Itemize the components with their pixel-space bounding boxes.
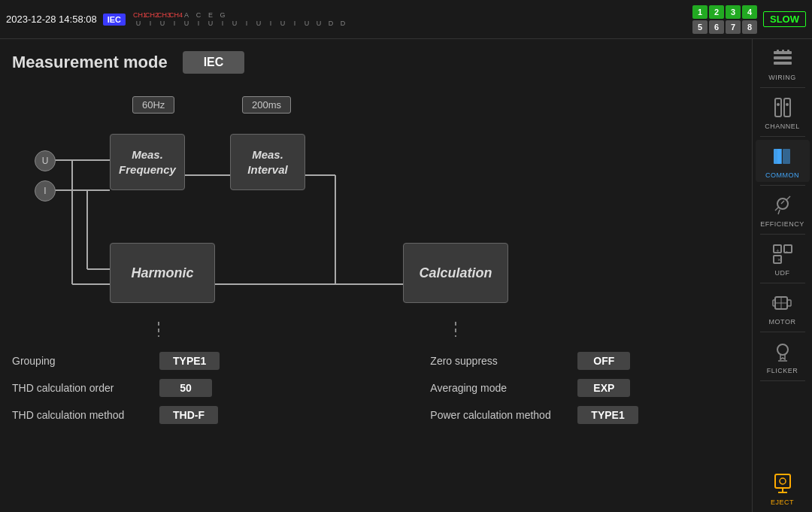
svg-rect-25 [773,300,775,306]
sidebar-item-common[interactable]: COMMON [756,140,810,182]
channel-label: CHANNEL [765,123,800,130]
sidebar-divider-7 [760,380,805,381]
svg-rect-2 [774,62,792,65]
diagram-area: 60Hz 200ms U I Meas. Frequency Meas. Int… [12,89,719,374]
thd-method-label: THD calculation method [12,409,147,421]
sidebar-item-flicker[interactable]: FLICKER [756,335,810,377]
i-circle: I [35,180,56,201]
num-row-bottom: 5 6 7 8 [692,20,757,34]
num-1: 1 [692,5,707,19]
freq-value-label[interactable]: 60Hz [132,96,174,114]
svg-point-8 [777,103,780,106]
svg-rect-12 [777,149,782,164]
averaging-mode-label: Averaging mode [430,382,565,394]
svg-rect-6 [775,98,781,117]
sidebar-divider-3 [760,185,805,186]
common-icon [769,143,796,170]
num-6: 6 [709,20,724,34]
power-calc-value[interactable]: TYPE1 [577,406,638,424]
power-calc-setting: Power calculation method TYPE1 [430,406,638,424]
svg-text:+: + [776,247,780,254]
thd-method-setting: THD calculation method THD-F [12,406,220,424]
sidebar-divider-4 [760,234,805,235]
svg-rect-7 [784,98,790,117]
channel-icon [769,94,796,121]
topbar: 2023-12-28 14:58:08 IEC CH1 CH2 CH3 CH4 … [0,0,812,39]
num-indicator-grid: 1 2 3 4 5 6 7 8 [692,5,757,34]
harmonic-box[interactable]: Harmonic [110,243,215,303]
svg-rect-11 [783,149,790,164]
num-2: 2 [709,5,724,19]
averaging-mode-value[interactable]: EXP [577,379,630,397]
svg-rect-3 [777,50,779,54]
sidebar-item-udf[interactable]: + - × UDF [756,238,810,280]
ch1: CH1 [133,12,144,19]
u-circle: U [35,150,56,171]
wiring-icon [769,45,796,72]
udf-icon: + - × [769,241,796,268]
chG: G [217,12,228,19]
num-8: 8 [742,20,757,34]
calculation-box[interactable]: Calculation [403,243,508,303]
measurement-mode-title: Measurement mode [12,53,168,72]
motor-icon [769,289,796,317]
svg-rect-5 [787,50,789,54]
svg-point-13 [777,198,788,209]
slow-badge: SLOW [763,11,806,27]
sidebar-divider-5 [760,283,805,283]
sidebar-item-efficiency[interactable]: EFFICIENCY [756,189,810,231]
ch4: CH4 [169,12,180,19]
sidebar-item-wiring[interactable]: WIRING [756,42,810,84]
svg-line-14 [786,196,790,200]
flicker-icon [769,338,796,365]
sidebar-item-eject[interactable]: EJECT [756,467,810,509]
svg-rect-4 [782,50,784,54]
svg-point-31 [780,478,786,484]
flicker-label: FLICKER [767,367,798,374]
svg-line-15 [775,208,778,211]
power-calc-label: Power calculation method [430,409,565,421]
svg-rect-24 [787,300,791,306]
num-row-top: 1 2 3 4 [692,5,757,19]
svg-point-9 [786,103,789,106]
chA: A [181,12,192,19]
udf-label: UDF [775,269,790,277]
channel-row-1: CH1 CH2 CH3 CH4 A C E G [133,12,348,19]
sidebar-item-motor[interactable]: MOTOR [756,286,810,329]
meas-interval-box[interactable]: Meas. Interval [230,134,305,190]
ch3: CH3 [157,12,168,19]
channel-grid: CH1 CH2 CH3 CH4 A C E G U I U I U I U I … [133,12,348,27]
sidebar-divider-1 [760,87,805,88]
svg-line-16 [778,210,780,214]
sidebar-divider-6 [760,332,805,332]
datetime-display: 2023-12-28 14:58:08 [6,14,97,25]
efficiency-label: EFFICIENCY [760,220,804,228]
svg-text:-: - [786,247,788,254]
thd-order-label: THD calculation order [12,382,147,394]
measurement-mode-bar: Measurement mode IEC [12,51,740,74]
eject-label: EJECT [771,498,794,506]
channel-row-2: U I U I U I U I U I U I U I U U D D [133,20,348,27]
svg-rect-1 [774,56,792,59]
thd-order-value[interactable]: 50 [159,379,212,397]
sidebar: WIRING CHANNEL COMMON [752,39,812,512]
diagram-connections [12,89,719,374]
num-5: 5 [692,20,707,34]
eject-icon [769,470,796,497]
sidebar-item-channel[interactable]: CHANNEL [756,91,810,133]
main-content: Measurement mode IEC [0,39,752,512]
interval-value-label[interactable]: 200ms [242,96,291,114]
ch2: CH2 [145,12,156,19]
wiring-label: WIRING [768,74,796,81]
thd-method-value[interactable]: THD-F [159,406,218,424]
thd-order-setting: THD calculation order 50 [12,379,220,397]
motor-label: MOTOR [769,318,796,326]
chC: C [193,12,204,19]
common-label: COMMON [765,171,799,179]
meas-frequency-box[interactable]: Meas. Frequency [110,134,185,190]
num-7: 7 [726,20,741,34]
num-3: 3 [726,5,741,19]
efficiency-icon [769,192,796,219]
svg-rect-30 [775,474,790,488]
measurement-mode-button[interactable]: IEC [183,51,245,74]
